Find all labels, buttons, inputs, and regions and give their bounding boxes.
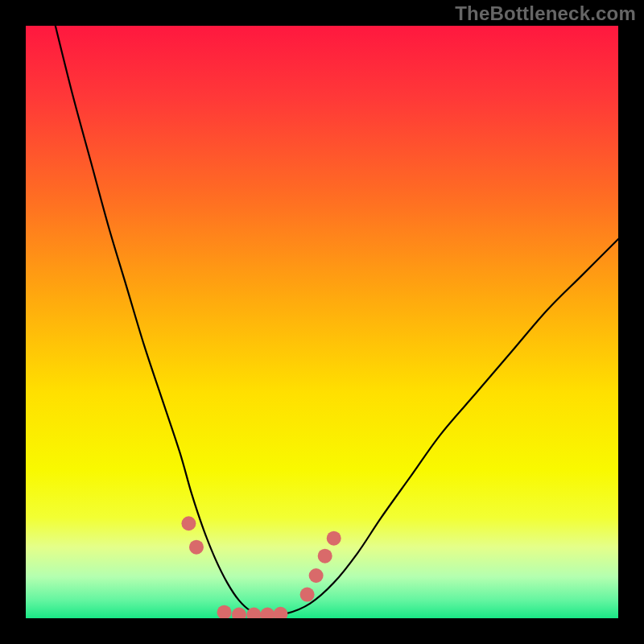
- highlight-markers: [181, 516, 341, 618]
- highlight-marker: [318, 549, 332, 564]
- plot-area: [26, 26, 618, 618]
- highlight-marker: [309, 568, 324, 583]
- bottleneck-curve: [56, 26, 618, 616]
- highlight-marker: [217, 605, 232, 618]
- chart-frame: TheBottleneck.com: [0, 0, 644, 644]
- highlight-marker: [260, 608, 275, 618]
- highlight-marker: [232, 608, 246, 618]
- curve-layer: [26, 26, 618, 618]
- highlight-marker: [273, 607, 287, 618]
- highlight-marker: [327, 531, 341, 546]
- highlight-marker: [300, 588, 315, 602]
- highlight-marker: [189, 540, 204, 555]
- watermark-label: TheBottleneck.com: [455, 2, 636, 25]
- highlight-marker: [181, 516, 196, 530]
